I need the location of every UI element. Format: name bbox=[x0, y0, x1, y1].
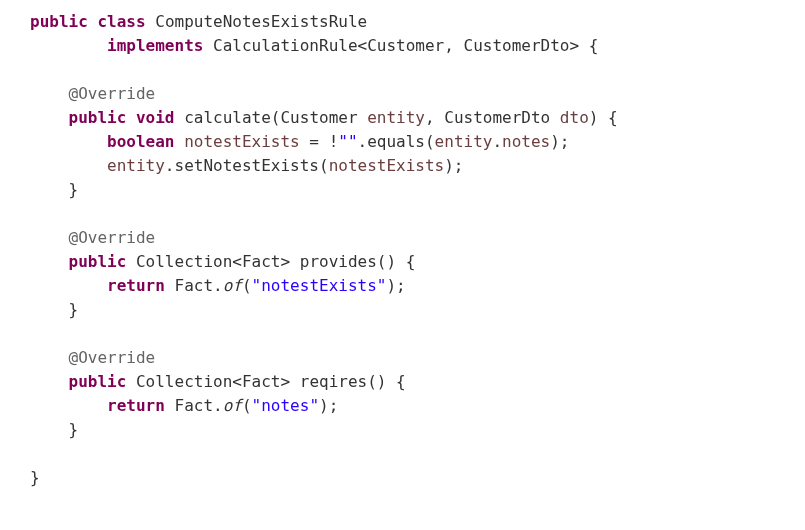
angle-open: < bbox=[358, 36, 368, 55]
paren-open: ( bbox=[367, 372, 377, 391]
space bbox=[165, 396, 175, 415]
angle-open: < bbox=[232, 372, 242, 391]
dot: . bbox=[165, 156, 175, 175]
kw-void: void bbox=[136, 108, 175, 127]
paren-close-semi: ); bbox=[319, 396, 338, 415]
angle-close: > bbox=[569, 36, 579, 55]
paren-open: ( bbox=[319, 156, 329, 175]
ref-entity: entity bbox=[435, 132, 493, 151]
brace-close: } bbox=[69, 180, 79, 199]
space bbox=[175, 108, 185, 127]
kw-class: class bbox=[97, 12, 145, 31]
brace-close: } bbox=[69, 300, 79, 319]
space bbox=[550, 108, 560, 127]
space bbox=[175, 132, 185, 151]
paren-close-semi: ); bbox=[444, 156, 463, 175]
annotation-override: @Override bbox=[69, 348, 156, 367]
paren-close-semi: ); bbox=[386, 276, 405, 295]
kw-boolean: boolean bbox=[107, 132, 174, 151]
kw-public: public bbox=[69, 372, 127, 391]
ref-entity: entity bbox=[107, 156, 165, 175]
field-notes: notes bbox=[502, 132, 550, 151]
dot: . bbox=[358, 132, 368, 151]
var-notestexists: notestExists bbox=[184, 132, 300, 151]
paren-close-brace: ) { bbox=[377, 372, 406, 391]
type-customer: Customer bbox=[280, 108, 357, 127]
type-fact: Fact bbox=[175, 396, 214, 415]
brace-open: { bbox=[579, 36, 598, 55]
dot: . bbox=[492, 132, 502, 151]
space bbox=[126, 108, 136, 127]
type-customerdto: CustomerDto bbox=[464, 36, 570, 55]
comma: , bbox=[444, 36, 463, 55]
kw-implements: implements bbox=[107, 36, 203, 55]
annotation-override: @Override bbox=[69, 84, 156, 103]
kw-return: return bbox=[107, 396, 165, 415]
space bbox=[290, 372, 300, 391]
comma: , bbox=[425, 108, 444, 127]
method-equals: equals bbox=[367, 132, 425, 151]
annotation-override: @Override bbox=[69, 228, 156, 247]
type-customer: Customer bbox=[367, 36, 444, 55]
space bbox=[126, 372, 136, 391]
method-setnotestexists: setNotestExists bbox=[175, 156, 320, 175]
param-entity: entity bbox=[367, 108, 425, 127]
string-notestexists: "notestExists" bbox=[252, 276, 387, 295]
brace-close: } bbox=[30, 468, 40, 487]
method-calculate: calculate bbox=[184, 108, 271, 127]
method-of: of bbox=[223, 276, 242, 295]
angle-open: < bbox=[232, 252, 242, 271]
space bbox=[126, 252, 136, 271]
paren-open: ( bbox=[377, 252, 387, 271]
type-fact: Fact bbox=[242, 252, 281, 271]
type-fact: Fact bbox=[175, 276, 214, 295]
method-reqires: reqires bbox=[300, 372, 367, 391]
space bbox=[165, 276, 175, 295]
paren-open: ( bbox=[242, 276, 252, 295]
kw-public: public bbox=[69, 252, 127, 271]
space bbox=[358, 108, 368, 127]
space bbox=[203, 36, 213, 55]
param-dto: dto bbox=[560, 108, 589, 127]
paren-open: ( bbox=[425, 132, 435, 151]
paren-close-semi: ); bbox=[550, 132, 569, 151]
string-notes: "notes" bbox=[252, 396, 319, 415]
brace-close: } bbox=[69, 420, 79, 439]
class-name: ComputeNotesExistsRule bbox=[155, 12, 367, 31]
kw-return: return bbox=[107, 276, 165, 295]
eq-bang: = ! bbox=[300, 132, 339, 151]
type-calculationrule: CalculationRule bbox=[213, 36, 358, 55]
space bbox=[88, 12, 98, 31]
method-of: of bbox=[223, 396, 242, 415]
type-collection: Collection bbox=[136, 372, 232, 391]
angle-close: > bbox=[280, 372, 290, 391]
type-customerdto: CustomerDto bbox=[444, 108, 550, 127]
paren-close-brace: ) { bbox=[589, 108, 618, 127]
dot: . bbox=[213, 276, 223, 295]
type-collection: Collection bbox=[136, 252, 232, 271]
method-provides: provides bbox=[300, 252, 377, 271]
arg-notestexists: notestExists bbox=[329, 156, 445, 175]
space bbox=[290, 252, 300, 271]
kw-public: public bbox=[69, 108, 127, 127]
code-block: public class ComputeNotesExistsRule impl… bbox=[30, 10, 775, 490]
type-fact: Fact bbox=[242, 372, 281, 391]
paren-close-brace: ) { bbox=[386, 252, 415, 271]
kw-public: public bbox=[30, 12, 88, 31]
string-empty: "" bbox=[338, 132, 357, 151]
paren-open: ( bbox=[242, 396, 252, 415]
space bbox=[146, 12, 156, 31]
angle-close: > bbox=[280, 252, 290, 271]
dot: . bbox=[213, 396, 223, 415]
